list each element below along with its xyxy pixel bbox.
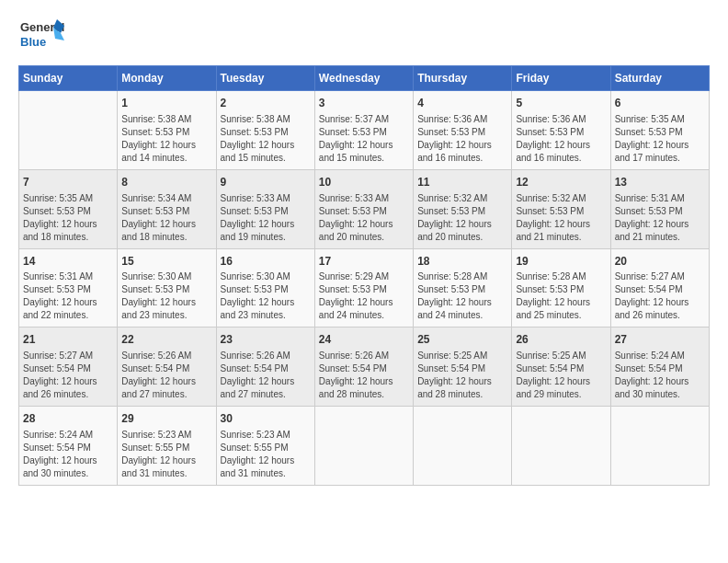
calendar-cell: 30Sunrise: 5:23 AM Sunset: 5:55 PM Dayli… — [216, 407, 314, 486]
day-info: Sunrise: 5:37 AM Sunset: 5:53 PM Dayligh… — [319, 113, 409, 165]
calendar-cell: 5Sunrise: 5:36 AM Sunset: 5:53 PM Daylig… — [512, 91, 610, 170]
day-info: Sunrise: 5:23 AM Sunset: 5:55 PM Dayligh… — [121, 429, 211, 480]
calendar-cell: 17Sunrise: 5:29 AM Sunset: 5:53 PM Dayli… — [314, 248, 413, 327]
day-number: 15 — [121, 254, 211, 270]
day-number: 25 — [417, 332, 507, 348]
header-saturday: Saturday — [610, 66, 709, 91]
calendar-header-row: SundayMondayTuesdayWednesdayThursdayFrid… — [19, 66, 710, 91]
calendar-cell: 15Sunrise: 5:30 AM Sunset: 5:53 PM Dayli… — [118, 248, 216, 327]
day-number: 17 — [319, 254, 409, 270]
day-number: 3 — [319, 96, 409, 111]
day-number: 1 — [121, 96, 211, 111]
day-info: Sunrise: 5:25 AM Sunset: 5:54 PM Dayligh… — [417, 350, 507, 401]
day-info: Sunrise: 5:27 AM Sunset: 5:54 PM Dayligh… — [615, 270, 705, 322]
calendar-cell: 10Sunrise: 5:33 AM Sunset: 5:53 PM Dayli… — [314, 169, 413, 248]
calendar-cell: 8Sunrise: 5:34 AM Sunset: 5:53 PM Daylig… — [118, 169, 216, 248]
day-info: Sunrise: 5:29 AM Sunset: 5:53 PM Dayligh… — [319, 270, 409, 322]
day-number: 13 — [615, 175, 705, 190]
calendar-cell: 29Sunrise: 5:23 AM Sunset: 5:55 PM Dayli… — [118, 407, 216, 486]
calendar-week-3: 14Sunrise: 5:31 AM Sunset: 5:53 PM Dayli… — [19, 248, 710, 327]
day-info: Sunrise: 5:26 AM Sunset: 5:54 PM Dayligh… — [121, 350, 211, 401]
calendar-cell: 13Sunrise: 5:31 AM Sunset: 5:53 PM Dayli… — [610, 169, 709, 248]
day-number: 16 — [221, 254, 311, 270]
calendar-cell: 21Sunrise: 5:27 AM Sunset: 5:54 PM Dayli… — [19, 327, 118, 407]
day-info: Sunrise: 5:32 AM Sunset: 5:53 PM Dayligh… — [516, 192, 606, 244]
header-monday: Monday — [118, 66, 216, 91]
day-number: 21 — [23, 332, 113, 348]
day-number: 9 — [221, 175, 311, 190]
day-number: 8 — [121, 175, 211, 190]
day-number: 5 — [516, 96, 606, 111]
day-info: Sunrise: 5:30 AM Sunset: 5:53 PM Dayligh… — [121, 270, 211, 322]
calendar-cell — [314, 407, 413, 486]
calendar-cell: 20Sunrise: 5:27 AM Sunset: 5:54 PM Dayli… — [610, 248, 709, 327]
calendar-cell: 22Sunrise: 5:26 AM Sunset: 5:54 PM Dayli… — [118, 327, 216, 407]
day-number: 18 — [417, 254, 507, 270]
calendar-cell — [512, 407, 610, 486]
header-thursday: Thursday — [414, 66, 512, 91]
day-info: Sunrise: 5:26 AM Sunset: 5:54 PM Dayligh… — [221, 350, 311, 401]
logo: General Blue — [18, 15, 64, 56]
calendar-cell: 23Sunrise: 5:26 AM Sunset: 5:54 PM Dayli… — [216, 327, 314, 407]
calendar-table: SundayMondayTuesdayWednesdayThursdayFrid… — [18, 65, 710, 486]
calendar-cell: 19Sunrise: 5:28 AM Sunset: 5:53 PM Dayli… — [512, 248, 610, 327]
calendar-cell: 25Sunrise: 5:25 AM Sunset: 5:54 PM Dayli… — [414, 327, 512, 407]
day-info: Sunrise: 5:23 AM Sunset: 5:55 PM Dayligh… — [221, 429, 311, 480]
day-info: Sunrise: 5:35 AM Sunset: 5:53 PM Dayligh… — [615, 113, 705, 165]
calendar-cell — [414, 407, 512, 486]
day-info: Sunrise: 5:24 AM Sunset: 5:54 PM Dayligh… — [23, 429, 113, 480]
day-info: Sunrise: 5:30 AM Sunset: 5:53 PM Dayligh… — [221, 270, 311, 322]
calendar-cell: 9Sunrise: 5:33 AM Sunset: 5:53 PM Daylig… — [216, 169, 314, 248]
calendar-cell: 6Sunrise: 5:35 AM Sunset: 5:53 PM Daylig… — [610, 91, 709, 170]
day-number: 12 — [516, 175, 606, 190]
header-friday: Friday — [512, 66, 610, 91]
calendar-cell: 16Sunrise: 5:30 AM Sunset: 5:53 PM Dayli… — [216, 248, 314, 327]
logo-svg: General Blue — [18, 15, 64, 56]
day-info: Sunrise: 5:25 AM Sunset: 5:54 PM Dayligh… — [516, 350, 606, 401]
calendar-cell: 4Sunrise: 5:36 AM Sunset: 5:53 PM Daylig… — [414, 91, 512, 170]
day-number: 29 — [121, 411, 211, 427]
calendar-week-4: 21Sunrise: 5:27 AM Sunset: 5:54 PM Dayli… — [19, 327, 710, 407]
day-number: 28 — [23, 411, 113, 427]
day-info: Sunrise: 5:38 AM Sunset: 5:53 PM Dayligh… — [121, 113, 211, 165]
day-info: Sunrise: 5:32 AM Sunset: 5:53 PM Dayligh… — [417, 192, 507, 244]
day-info: Sunrise: 5:31 AM Sunset: 5:53 PM Dayligh… — [615, 192, 705, 244]
calendar-cell: 2Sunrise: 5:38 AM Sunset: 5:53 PM Daylig… — [216, 91, 314, 170]
day-info: Sunrise: 5:27 AM Sunset: 5:54 PM Dayligh… — [23, 350, 113, 401]
calendar-cell: 14Sunrise: 5:31 AM Sunset: 5:53 PM Dayli… — [19, 248, 118, 327]
calendar-week-2: 7Sunrise: 5:35 AM Sunset: 5:53 PM Daylig… — [19, 169, 710, 248]
day-number: 7 — [23, 175, 113, 190]
day-number: 27 — [615, 332, 705, 348]
day-number: 19 — [516, 254, 606, 270]
day-info: Sunrise: 5:28 AM Sunset: 5:53 PM Dayligh… — [516, 270, 606, 322]
calendar-cell: 28Sunrise: 5:24 AM Sunset: 5:54 PM Dayli… — [19, 407, 118, 486]
day-number: 30 — [221, 411, 311, 427]
svg-text:Blue: Blue — [20, 35, 46, 49]
day-number: 14 — [23, 254, 113, 270]
day-number: 24 — [319, 332, 409, 348]
day-info: Sunrise: 5:36 AM Sunset: 5:53 PM Dayligh… — [516, 113, 606, 165]
header-tuesday: Tuesday — [216, 66, 314, 91]
day-number: 26 — [516, 332, 606, 348]
header-wednesday: Wednesday — [314, 66, 413, 91]
calendar-cell: 1Sunrise: 5:38 AM Sunset: 5:53 PM Daylig… — [118, 91, 216, 170]
calendar-cell: 18Sunrise: 5:28 AM Sunset: 5:53 PM Dayli… — [414, 248, 512, 327]
day-info: Sunrise: 5:38 AM Sunset: 5:53 PM Dayligh… — [221, 113, 311, 165]
calendar-cell: 27Sunrise: 5:24 AM Sunset: 5:54 PM Dayli… — [610, 327, 709, 407]
day-number: 2 — [221, 96, 311, 111]
day-info: Sunrise: 5:34 AM Sunset: 5:53 PM Dayligh… — [121, 192, 211, 244]
header-sunday: Sunday — [19, 66, 118, 91]
calendar-cell: 12Sunrise: 5:32 AM Sunset: 5:53 PM Dayli… — [512, 169, 610, 248]
calendar-cell — [19, 91, 118, 170]
day-number: 20 — [615, 254, 705, 270]
calendar-cell: 3Sunrise: 5:37 AM Sunset: 5:53 PM Daylig… — [314, 91, 413, 170]
calendar-cell: 26Sunrise: 5:25 AM Sunset: 5:54 PM Dayli… — [512, 327, 610, 407]
calendar-week-1: 1Sunrise: 5:38 AM Sunset: 5:53 PM Daylig… — [19, 91, 710, 170]
calendar-cell: 7Sunrise: 5:35 AM Sunset: 5:53 PM Daylig… — [19, 169, 118, 248]
day-number: 23 — [221, 332, 311, 348]
calendar-cell: 11Sunrise: 5:32 AM Sunset: 5:53 PM Dayli… — [414, 169, 512, 248]
calendar-week-5: 28Sunrise: 5:24 AM Sunset: 5:54 PM Dayli… — [19, 407, 710, 486]
day-number: 22 — [121, 332, 211, 348]
calendar-cell: 24Sunrise: 5:26 AM Sunset: 5:54 PM Dayli… — [314, 327, 413, 407]
day-info: Sunrise: 5:26 AM Sunset: 5:54 PM Dayligh… — [319, 350, 409, 401]
